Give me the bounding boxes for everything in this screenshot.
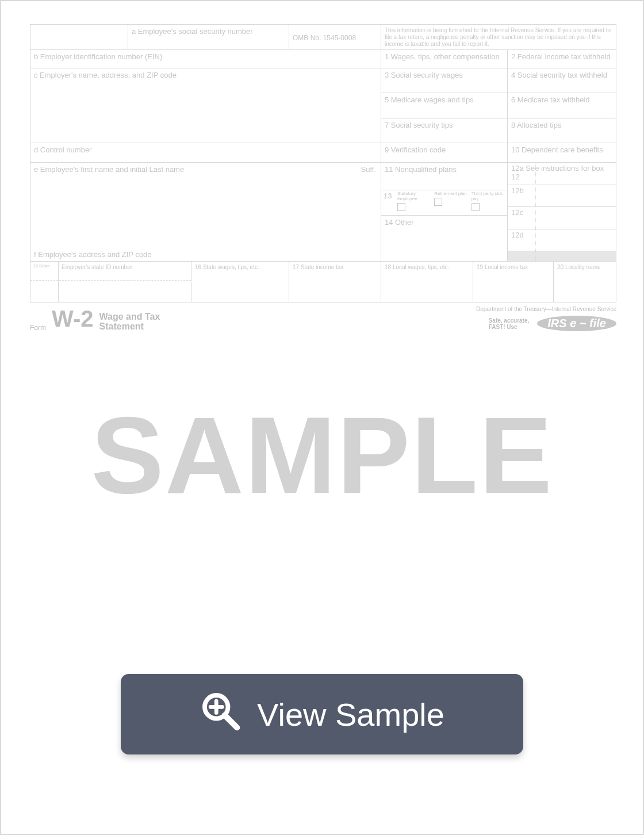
box-5: 5 Medicare wages and tips bbox=[381, 93, 507, 118]
form-word: Form bbox=[30, 324, 46, 332]
box-e-label: e Employee's first name and initial Last… bbox=[34, 165, 184, 174]
box-d: d Control number bbox=[30, 143, 381, 162]
zoom-in-icon bbox=[200, 690, 241, 739]
info-text: This information is being furnished to t… bbox=[381, 25, 616, 49]
box-c: c Employer's name, address, and ZIP code bbox=[30, 68, 381, 143]
box-17: 17 State income tax bbox=[289, 262, 381, 302]
box-8: 8 Allocated tips bbox=[508, 118, 616, 143]
box-e: e Employee's first name and initial Last… bbox=[30, 163, 381, 261]
box-13-ret: Retirement plan bbox=[434, 191, 467, 197]
box-14: 14 Other bbox=[381, 216, 507, 261]
box-12a: 12a See instructions for box 12 bbox=[511, 164, 612, 183]
box-12b: 12b bbox=[508, 185, 616, 208]
box-9: 9 Verification code bbox=[381, 143, 508, 162]
box-13: 13 Statutory employee Retirement plan Th… bbox=[381, 190, 507, 216]
wage-line2: Statement bbox=[99, 321, 144, 331]
box-11: 11 Nonqualified plans bbox=[381, 163, 507, 190]
view-sample-button[interactable]: View Sample bbox=[121, 674, 523, 754]
safe1: Safe, accurate, bbox=[489, 317, 530, 324]
box-f-label: f Employee's address and ZIP code bbox=[34, 250, 152, 259]
box-13-sick: Third-party sick pay bbox=[471, 191, 505, 202]
form-footer: Form W-2 Wage and Tax Statement Departme… bbox=[30, 306, 616, 332]
wage-line1: Wage and Tax bbox=[99, 312, 160, 321]
page-container: a Employee's social security number OMB … bbox=[0, 0, 644, 835]
svg-line-1 bbox=[225, 715, 237, 727]
box-1: 1 Wages, tips, other compensation bbox=[381, 50, 508, 68]
box-19: 19 Local income tax bbox=[473, 262, 554, 302]
box-15b: Employer's state ID number bbox=[62, 264, 132, 270]
box-3: 3 Social security wages bbox=[381, 68, 507, 93]
box-a: a Employee's social security number bbox=[128, 25, 289, 49]
suff-label: Suff. bbox=[361, 165, 376, 174]
box-6: 6 Medicare tax withheld bbox=[508, 93, 616, 118]
box-16: 16 State wages, tips, etc. bbox=[191, 262, 289, 302]
w2-form: a Employee's social security number OMB … bbox=[30, 24, 616, 332]
efile-badge: IRS e ~ file bbox=[537, 316, 616, 331]
w2-code: W-2 bbox=[52, 306, 94, 332]
view-sample-label: View Sample bbox=[257, 696, 444, 733]
safe2: FAST! Use bbox=[489, 324, 518, 330]
omb-number: OMB No. 1545-0008 bbox=[289, 25, 381, 49]
box-2: 2 Federal income tax withheld bbox=[508, 50, 616, 68]
box-20: 20 Locality name bbox=[554, 262, 616, 302]
box-15: 15 State bbox=[33, 264, 50, 269]
box-13-stat: Statutory employee bbox=[397, 191, 431, 202]
box-12d: 12d bbox=[508, 229, 616, 252]
box-12c: 12c bbox=[508, 207, 616, 229]
box-4: 4 Social security tax withheld bbox=[508, 68, 616, 93]
box-10: 10 Dependent care benefits bbox=[508, 143, 616, 162]
box-b: b Employer identification number (EIN) bbox=[30, 50, 381, 68]
dept-line: Department of the Treasury—Internal Reve… bbox=[476, 306, 616, 312]
box-13-num: 13 bbox=[384, 191, 394, 214]
sample-watermark: SAMPLE bbox=[1, 392, 643, 518]
box-18: 18 Local wages, tips, etc. bbox=[381, 262, 473, 302]
box-7: 7 Social security tips bbox=[381, 118, 507, 143]
